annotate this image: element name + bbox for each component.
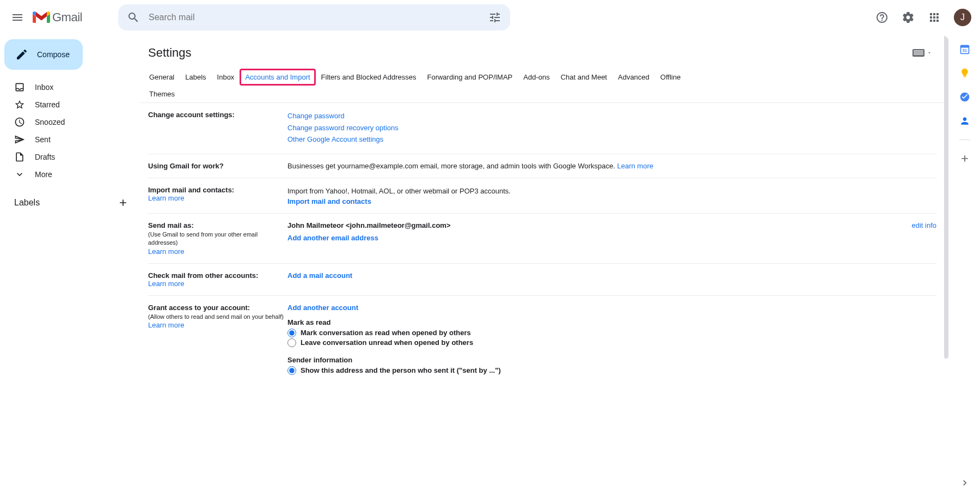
section-sub: (Allow others to read and send mail on y…	[148, 313, 287, 321]
labels-header: Labels	[0, 192, 139, 214]
tasks-icon	[959, 92, 970, 102]
link-learn-more-grant[interactable]: Learn more	[148, 321, 184, 329]
clock-icon	[14, 117, 25, 128]
search-button[interactable]	[122, 7, 144, 28]
radio-show-address-input[interactable]	[287, 366, 296, 375]
settings-content[interactable]: Change account settings: Change password…	[139, 103, 950, 480]
side-panel: 31	[950, 35, 980, 497]
section-sub: (Use Gmail to send from your other email…	[148, 231, 287, 247]
radio-leave-unread[interactable]: Leave conversation unread when opened by…	[287, 338, 936, 347]
link-recovery-options[interactable]: Change password recovery options	[287, 124, 399, 132]
sidebar-item-drafts[interactable]: Drafts	[0, 148, 131, 166]
link-change-password[interactable]: Change password	[287, 112, 345, 120]
radio-show-address[interactable]: Show this address and the person who sen…	[287, 366, 936, 375]
gmail-logo[interactable]: Gmail	[30, 10, 91, 25]
tab-general[interactable]: General	[144, 69, 180, 86]
mark-read-header: Mark as read	[287, 318, 936, 326]
link-other-settings[interactable]: Other Google Account settings	[287, 135, 383, 143]
link-learn-more-checkmail[interactable]: Learn more	[148, 280, 184, 288]
rail-separator	[959, 140, 970, 140]
svg-text:31: 31	[963, 48, 967, 53]
link-add-email[interactable]: Add another email address	[287, 234, 378, 242]
main-menu-button[interactable]	[4, 4, 30, 31]
sidebar-item-more[interactable]: More	[0, 166, 131, 183]
tab-filters[interactable]: Filters and Blocked Addresses	[316, 69, 422, 86]
sidebar-item-snoozed[interactable]: Snoozed	[0, 113, 131, 131]
hamburger-icon	[11, 11, 24, 24]
workspace-text: Businesses get yourname@example.com emai…	[287, 162, 617, 170]
tasks-app-button[interactable]	[959, 92, 970, 102]
calendar-app-button[interactable]: 31	[959, 44, 970, 54]
header-actions: J	[871, 7, 976, 28]
link-edit-info[interactable]: edit info	[911, 221, 936, 229]
radio-leave-unread-input[interactable]	[287, 338, 296, 347]
link-add-mail-account[interactable]: Add a mail account	[287, 271, 352, 280]
pencil-icon	[15, 48, 28, 61]
keep-icon	[959, 68, 970, 78]
section-title: Grant access to your account:	[148, 304, 287, 312]
radio-mark-read[interactable]: Mark conversation as read when opened by…	[287, 329, 936, 337]
section-grant-access: Grant access to your account: (Allow oth…	[148, 296, 936, 384]
section-title: Send mail as:	[148, 221, 287, 229]
nav-label: Drafts	[35, 153, 55, 161]
page-title: Settings	[148, 46, 192, 60]
link-learn-more-sendas[interactable]: Learn more	[148, 247, 184, 256]
chevron-right-icon	[959, 477, 970, 488]
section-title: Import mail and contacts:	[148, 186, 287, 194]
section-title: Change account settings:	[148, 111, 287, 119]
section-title: Using Gmail for work?	[148, 162, 287, 170]
section-title: Check mail from other accounts:	[148, 271, 287, 280]
apps-button[interactable]	[923, 7, 945, 28]
tab-advanced[interactable]: Advanced	[612, 69, 655, 86]
import-desc: Import from Yahoo!, Hotmail, AOL, or oth…	[287, 186, 936, 197]
star-icon	[14, 99, 25, 110]
send-as-identity: John Mailmeteor <john.mailmeteor@gmail.c…	[287, 221, 450, 229]
nav-label: Sent	[35, 135, 51, 144]
radio-label: Show this address and the person who sen…	[301, 366, 501, 374]
sidebar-item-starred[interactable]: Starred	[0, 96, 131, 113]
settings-button[interactable]	[897, 7, 919, 28]
search-container	[118, 4, 510, 31]
settings-tabs: General Labels Inbox Accounts and Import…	[139, 69, 950, 103]
section-import: Import mail and contacts: Learn more Imp…	[148, 178, 936, 214]
nav-label: Inbox	[35, 83, 53, 92]
search-options-button[interactable]	[484, 7, 506, 28]
svg-rect-1	[961, 45, 969, 47]
dropdown-arrow-icon	[927, 50, 932, 56]
account-avatar[interactable]: J	[954, 9, 971, 26]
tab-offline[interactable]: Offline	[655, 69, 686, 86]
tune-icon	[488, 11, 501, 24]
inbox-icon	[14, 82, 25, 93]
calendar-icon: 31	[959, 44, 970, 54]
tab-accounts-import[interactable]: Accounts and Import	[240, 69, 315, 86]
radio-label: Leave conversation unread when opened by…	[301, 338, 473, 347]
contacts-app-button[interactable]	[959, 116, 970, 126]
scrollbar-thumb[interactable]	[944, 35, 948, 359]
compose-button[interactable]: Compose	[4, 39, 83, 70]
support-button[interactable]	[871, 7, 893, 28]
link-learn-more-workspace[interactable]: Learn more	[617, 162, 653, 170]
sidebar-item-inbox[interactable]: Inbox	[0, 78, 131, 96]
keep-app-button[interactable]	[959, 68, 970, 78]
input-tools-selector[interactable]	[912, 49, 932, 57]
get-addons-button[interactable]	[959, 153, 970, 164]
sender-info-header: Sender information	[287, 356, 936, 364]
link-import-mail[interactable]: Import mail and contacts	[287, 197, 371, 205]
tab-chat-meet[interactable]: Chat and Meet	[555, 69, 612, 86]
settings-panel: Settings General Labels Inbox Accounts a…	[139, 35, 950, 497]
tab-addons[interactable]: Add-ons	[518, 69, 555, 86]
tab-themes[interactable]: Themes	[144, 86, 945, 102]
hide-side-panel-button[interactable]	[959, 477, 970, 488]
section-send-as: Send mail as: (Use Gmail to send from yo…	[148, 214, 936, 264]
link-learn-more-import[interactable]: Learn more	[148, 194, 184, 202]
scrollbar[interactable]	[943, 35, 950, 497]
sidebar-item-sent[interactable]: Sent	[0, 131, 131, 148]
radio-mark-read-input[interactable]	[287, 329, 296, 337]
link-add-account[interactable]: Add another account	[287, 304, 358, 312]
search-input[interactable]	[144, 13, 484, 22]
add-label-button[interactable]	[115, 195, 131, 210]
tab-inbox[interactable]: Inbox	[212, 69, 240, 86]
contacts-icon	[959, 116, 970, 126]
tab-labels[interactable]: Labels	[180, 69, 211, 86]
tab-forwarding[interactable]: Forwarding and POP/IMAP	[421, 69, 518, 86]
